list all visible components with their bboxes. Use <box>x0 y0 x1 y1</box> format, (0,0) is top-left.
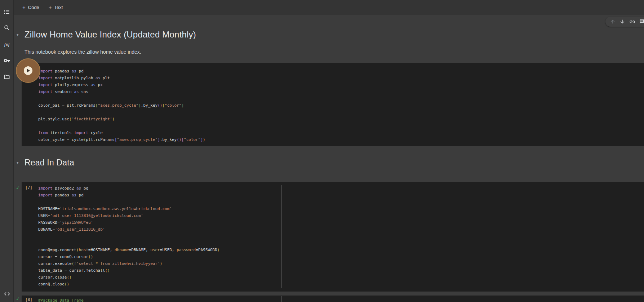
code-editor[interactable]: #Package Data Frame <box>22 296 644 302</box>
code-line: import pandas as pd <box>38 68 644 75</box>
editor-column-ruler <box>281 185 282 288</box>
table-of-contents-icon[interactable] <box>0 6 14 17</box>
code-line <box>38 240 644 247</box>
move-cell-down-icon[interactable] <box>619 18 626 25</box>
variables-icon[interactable]: {x} <box>0 39 14 50</box>
cell2-executed-check-icon: ✓ <box>15 185 20 191</box>
code-line: color_cycle = cycle(plt.rcParams["axes.p… <box>38 136 644 143</box>
code-line <box>38 95 644 102</box>
files-folder-icon[interactable] <box>0 71 14 82</box>
cell-actions-toolbar <box>605 17 644 27</box>
code-line: cursor.execute(f'select * from zillowhvi… <box>38 260 644 267</box>
code-line: connQ.close() <box>38 281 644 288</box>
code-line: USER='odl_user_1113816@yellowbrickcloud.… <box>38 212 644 219</box>
code-line <box>38 199 644 205</box>
collapse-section-icon[interactable]: ▾ <box>17 32 21 37</box>
editor-column-ruler <box>281 296 282 302</box>
add-text-button[interactable]: + Text <box>49 4 63 10</box>
code-line: import pandas as pd <box>38 192 644 199</box>
variables-glyph: {x} <box>4 42 9 47</box>
left-sidebar: {x} <box>0 0 14 302</box>
code-line <box>38 233 644 240</box>
code-editor[interactable]: import pandas as pdimport matplotlib.pyl… <box>22 63 644 143</box>
cell3-executed-check-icon: ✓ <box>15 296 20 302</box>
code-line: #Package Data Frame <box>38 297 644 302</box>
code-editor[interactable]: import psycopg2 as pgimport pandas as pd… <box>22 182 644 288</box>
add-comment-icon[interactable] <box>639 18 644 25</box>
add-code-button[interactable]: + Code <box>22 4 39 10</box>
section-title-read-in-data: Read In Data <box>25 158 74 168</box>
run-cell-button[interactable] <box>16 58 40 83</box>
execution-count-badge: [8] <box>25 297 32 302</box>
secrets-key-icon[interactable] <box>0 55 14 66</box>
code-line <box>38 123 644 129</box>
run-disc <box>24 66 32 75</box>
move-cell-up-icon[interactable] <box>609 18 616 25</box>
plus-icon: + <box>49 4 52 10</box>
code-line: DBNAME='odl_user_1113816_db' <box>38 226 644 233</box>
code-cell-imports[interactable]: import pandas as pdimport matplotlib.pyl… <box>22 63 644 146</box>
notebook-section-title: Zillow Home Value Index (Updated Monthly… <box>25 30 196 40</box>
notebook-toolbar: + Code + Text <box>14 0 644 15</box>
code-line: connQ=pg.connect(host=HOSTNAME, dbname=D… <box>38 247 644 253</box>
execution-count-badge: [7] <box>25 185 32 190</box>
code-line: PASSWORD='yipz15WAU*eu' <box>38 219 644 226</box>
code-line <box>38 109 644 116</box>
search-icon[interactable] <box>0 22 14 33</box>
copy-link-to-cell-icon[interactable] <box>629 18 635 25</box>
code-line: import matplotlib.pylab as plt <box>38 75 644 81</box>
code-snippets-icon[interactable] <box>0 288 14 299</box>
code-line: import seaborn as sns <box>38 88 644 95</box>
code-line: import plotly.express as px <box>38 81 644 88</box>
add-code-label: Code <box>28 5 39 10</box>
markdown-section-cell: ▾ Read In Data <box>17 158 74 168</box>
code-line: plt.style.use('fivethirtyeight') <box>38 116 644 123</box>
code-line: cursor.close() <box>38 274 644 281</box>
code-line: table_data = cursor.fetchall() <box>38 267 644 274</box>
code-line: from itertools import cycle <box>38 129 644 136</box>
collapse-section-icon[interactable]: ▾ <box>17 160 21 165</box>
code-line: import psycopg2 as pg <box>38 185 644 192</box>
code-line: HOSTNAME='trialsandbox.sandbox.aws.yello… <box>38 205 644 212</box>
colab-notebook: { "topbar": { "plus": "+", "add_code_lab… <box>0 0 644 302</box>
add-text-label: Text <box>54 5 63 10</box>
markdown-title-cell: ▾ Zillow Home Value Index (Updated Month… <box>17 30 196 40</box>
plus-icon: + <box>22 4 26 10</box>
notebook-subtitle: This notebook explores the zillow home v… <box>25 49 141 55</box>
code-cell-db-connect[interactable]: [7] import psycopg2 as pgimport pandas a… <box>22 182 644 292</box>
code-line: cursor = connQ.cursor() <box>38 253 644 260</box>
play-icon <box>27 69 30 72</box>
code-cell-package-dataframe[interactable]: [8] #Package Data Frame <box>22 296 644 302</box>
code-line: color_pal = plt.rcParams["axes.prop_cycl… <box>38 102 644 109</box>
